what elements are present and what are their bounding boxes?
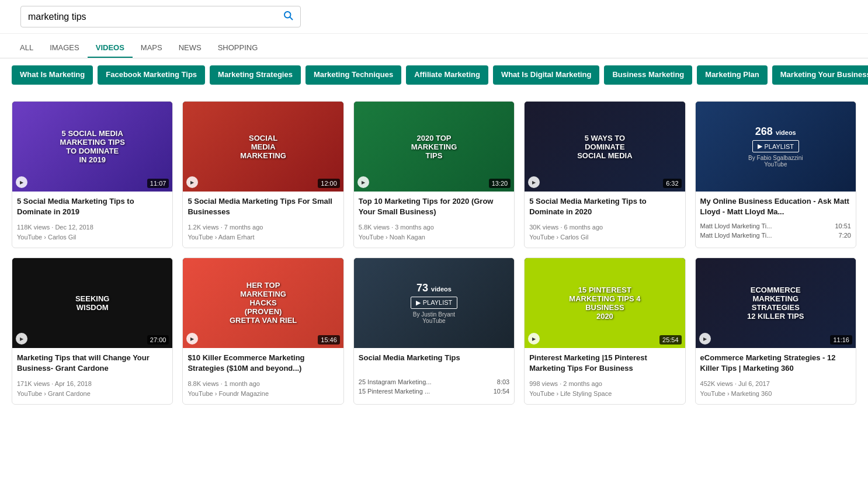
filter-chip[interactable]: What Is Marketing — [12, 65, 93, 85]
video-title: 5 Social Media Marketing Tips For Small … — [188, 196, 338, 217]
filter-row: What Is MarketingFacebook Marketing Tips… — [0, 58, 868, 92]
duration-badge: 27:00 — [147, 335, 169, 345]
duration-badge: 25:54 — [659, 335, 682, 345]
video-meta: 30K views · 6 months agoYouTube › Carlos… — [529, 222, 680, 243]
header — [0, 0, 868, 34]
video-info: $10 Killer Ecommerce Marketing Strategie… — [183, 348, 343, 404]
sub-playlist-item: 15 Pinterest Marketing ...10:54 — [359, 388, 509, 395]
video-card[interactable]: SOCIALMEDIAMARKETING ▶ 12:00 5 Social Me… — [182, 101, 343, 248]
search-bar — [20, 6, 301, 27]
duration-badge: 12:00 — [318, 179, 340, 188]
video-card[interactable]: 73 videos ▶PLAYLIST By Justin BryantYouT… — [353, 258, 515, 405]
video-card[interactable]: 2020 TOPMARKETINGTIPS ▶ 13:20 Top 10 Mar… — [353, 101, 515, 248]
search-icon — [283, 10, 293, 20]
video-card[interactable]: HER TOPMARKETINGHACKS(PROVEN)GRETTA VAN … — [182, 258, 343, 405]
video-title: Top 10 Marketing Tips for 2020 (Grow You… — [359, 196, 509, 217]
filter-chip[interactable]: Marketing Plan — [697, 65, 767, 85]
video-title: Social Media Marketing Tips — [359, 353, 509, 374]
sub-playlist-item: 25 Instagram Marketing...8:03 — [359, 378, 509, 385]
video-thumbnail: ECOMMERCEMARKETINGSTRATEGIES12 KILLER TI… — [696, 258, 856, 348]
video-title: Marketing Tips that will Change Your Bus… — [17, 353, 168, 374]
search-button[interactable] — [283, 10, 293, 23]
tab-news[interactable]: NEWS — [171, 39, 210, 58]
video-thumbnail: 5 WAYS TODOMINATESOCIAL MEDIA ▶ 6:32 — [525, 102, 685, 192]
video-card[interactable]: 5 SOCIAL MEDIAMARKETING TIPSTO DOMINATEI… — [12, 101, 173, 248]
play-icon: ▶ — [16, 333, 27, 345]
video-meta: 998 views · 2 months agoYouTube › Life S… — [529, 379, 680, 399]
video-thumbnail: HER TOPMARKETINGHACKS(PROVEN)GRETTA VAN … — [183, 258, 343, 348]
filter-chip[interactable]: What Is Digital Marketing — [493, 65, 600, 85]
duration-badge: 6:32 — [663, 179, 681, 188]
nav-tabs: ALL IMAGES VIDEOS MAPS NEWS SHOPPING — [0, 34, 868, 58]
search-input[interactable] — [28, 12, 283, 22]
video-card[interactable]: ECOMMERCEMARKETINGSTRATEGIES12 KILLER TI… — [695, 258, 856, 405]
video-title: My Online Business Education - Ask Matt … — [700, 196, 851, 217]
video-thumbnail: 2020 TOPMARKETINGTIPS ▶ 13:20 — [354, 102, 514, 192]
filter-chip[interactable]: Marketing Strategies — [210, 65, 301, 85]
video-meta: 1.2K views · 7 months agoYouTube › Adam … — [188, 222, 338, 243]
video-meta: 5.8K views · 3 months agoYouTube › Noah … — [359, 222, 509, 243]
video-info: eCommerce Marketing Strategies - 12 Kill… — [696, 348, 856, 404]
video-meta: 171K views · Apr 16, 2018YouTube › Grant… — [17, 379, 168, 399]
video-title: eCommerce Marketing Strategies - 12 Kill… — [700, 353, 851, 374]
filter-chip[interactable]: Facebook Marketing Tips — [98, 65, 205, 85]
video-info: My Online Business Education - Ask Matt … — [696, 192, 856, 243]
duration-badge: 11:07 — [147, 179, 169, 188]
video-info: Marketing Tips that will Change Your Bus… — [12, 348, 172, 404]
video-info: 5 Social Media Marketing Tips For Small … — [183, 192, 343, 248]
sub-playlist-item: Matt Lloyd Marketing Ti...10:51 — [700, 222, 851, 229]
video-title: $10 Killer Ecommerce Marketing Strategie… — [188, 353, 338, 374]
tab-shopping[interactable]: SHOPPING — [210, 39, 266, 58]
video-thumbnail: 268 videos ▶PLAYLIST By Fabio Sgalbazzin… — [696, 102, 856, 192]
play-icon: ▶ — [699, 333, 711, 345]
video-info: Pinterest Marketing |15 Pinterest Market… — [525, 348, 685, 404]
tab-images[interactable]: IMAGES — [41, 39, 88, 58]
tab-maps[interactable]: MAPS — [133, 39, 171, 58]
video-thumbnail: 15 PINTERESTMARKETING TIPS 4BUSINESS2020… — [525, 258, 685, 348]
tab-videos[interactable]: VIDEOS — [88, 39, 133, 58]
filter-chip[interactable]: Business Marketing — [604, 65, 692, 85]
video-thumbnail: 73 videos ▶PLAYLIST By Justin BryantYouT… — [354, 258, 514, 348]
video-info: 5 Social Media Marketing Tips to Dominat… — [12, 192, 172, 248]
filter-chip[interactable]: Marketing Techniques — [305, 65, 401, 85]
video-card[interactable]: 15 PINTERESTMARKETING TIPS 4BUSINESS2020… — [524, 258, 685, 405]
filter-chip[interactable]: Affiliate Marketing — [406, 65, 488, 85]
play-icon: ▶ — [357, 176, 369, 188]
sub-playlist-item: Matt Lloyd Marketing Ti...7:20 — [700, 232, 851, 239]
video-title: Pinterest Marketing |15 Pinterest Market… — [529, 353, 680, 374]
video-meta: 118K views · Dec 12, 2018YouTube › Carlo… — [17, 222, 168, 243]
video-thumbnail: SEEKINGWISDOM ▶ 27:00 — [12, 258, 172, 348]
video-card[interactable]: 5 WAYS TODOMINATESOCIAL MEDIA ▶ 6:32 5 S… — [524, 101, 685, 248]
duration-badge: 15:46 — [318, 335, 340, 345]
video-grid: 5 SOCIAL MEDIAMARKETING TIPSTO DOMINATEI… — [0, 92, 868, 414]
filter-chip[interactable]: Marketing Your Business — [772, 65, 868, 85]
video-info: Social Media Marketing Tips 25 Instagram… — [354, 348, 514, 399]
video-meta: 452K views · Jul 6, 2017YouTube › Market… — [700, 379, 851, 399]
video-meta: 8.8K views · 1 month agoYouTube › Foundr… — [188, 379, 338, 399]
video-thumbnail: 5 SOCIAL MEDIAMARKETING TIPSTO DOMINATEI… — [12, 102, 172, 192]
duration-badge: 13:20 — [489, 179, 511, 188]
video-thumbnail: SOCIALMEDIAMARKETING ▶ 12:00 — [183, 102, 343, 192]
video-card[interactable]: 268 videos ▶PLAYLIST By Fabio Sgalbazzin… — [695, 101, 856, 248]
sub-playlist: 25 Instagram Marketing...8:0315 Pinteres… — [359, 378, 509, 395]
video-title: 5 Social Media Marketing Tips to Dominat… — [17, 196, 168, 217]
video-title: 5 Social Media Marketing Tips to Dominat… — [529, 196, 680, 217]
sub-playlist: Matt Lloyd Marketing Ti...10:51Matt Lloy… — [700, 222, 851, 239]
tab-all[interactable]: ALL — [12, 39, 41, 58]
svg-line-1 — [290, 17, 292, 19]
video-card[interactable]: SEEKINGWISDOM ▶ 27:00 Marketing Tips tha… — [12, 258, 173, 405]
video-info: Top 10 Marketing Tips for 2020 (Grow You… — [354, 192, 514, 248]
duration-badge: 11:16 — [830, 335, 852, 345]
video-info: 5 Social Media Marketing Tips to Dominat… — [525, 192, 685, 248]
